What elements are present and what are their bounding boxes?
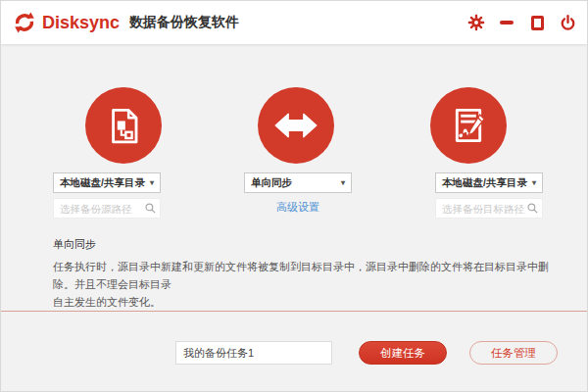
power-icon <box>559 14 577 32</box>
sync-mode-illustration <box>258 87 334 164</box>
target-type-value: 本地磁盘/共享目录 <box>442 176 527 190</box>
settings-button[interactable] <box>466 13 486 32</box>
gear-icon <box>467 14 485 31</box>
app-window: Disksync 数据备份恢复软件 <box>0 0 588 392</box>
section-divider <box>1 311 588 312</box>
target-illustration <box>430 87 507 164</box>
source-illustration <box>85 87 162 164</box>
window-controls <box>466 13 577 32</box>
document-pencil-icon <box>443 100 494 151</box>
close-button[interactable] <box>558 13 577 32</box>
maximize-button[interactable] <box>527 13 547 32</box>
source-type-dropdown[interactable]: 本地磁盘/共享目录 ▾ <box>53 172 161 193</box>
titlebar: Disksync 数据备份恢复软件 <box>1 1 587 44</box>
sync-mode-value: 单向同步 <box>251 176 292 190</box>
sync-logo-icon <box>13 11 36 34</box>
file-blocks-icon <box>98 100 149 151</box>
search-icon[interactable] <box>144 202 157 215</box>
task-name-input[interactable] <box>175 341 332 365</box>
task-manager-button[interactable]: 任务管理 <box>469 341 558 365</box>
minimize-button[interactable] <box>497 13 516 32</box>
app-title: 数据备份恢复软件 <box>129 14 239 31</box>
mode-description-title: 单向同步 <box>53 237 96 252</box>
minimize-icon <box>500 21 514 24</box>
caret-down-icon: ▾ <box>150 179 154 187</box>
target-path-field <box>435 198 543 219</box>
create-task-button[interactable]: 创建任务 <box>359 341 447 365</box>
double-arrow-icon <box>270 100 321 151</box>
mode-description-text: 任务执行时，源目录中新建和更新的文件将被复制到目标目录中，源目录中删除的文件将在… <box>53 258 567 311</box>
sync-mode-dropdown[interactable]: 单向同步 ▾ <box>244 172 352 193</box>
brand-name: Disksync <box>42 13 120 33</box>
caret-down-icon: ▾ <box>341 179 345 187</box>
source-path-field <box>53 198 161 219</box>
maximize-icon <box>531 16 544 30</box>
description-line: 自主发生的文件变化。 <box>53 293 567 311</box>
source-type-value: 本地磁盘/共享目录 <box>60 176 145 190</box>
search-icon[interactable] <box>526 202 539 215</box>
advanced-settings-link[interactable]: 高级设置 <box>244 200 352 215</box>
caret-down-icon: ▾ <box>532 179 536 187</box>
target-type-dropdown[interactable]: 本地磁盘/共享目录 ▾ <box>435 172 543 193</box>
description-line: 任务执行时，源目录中新建和更新的文件将被复制到目标目录中，源目录中删除的文件将在… <box>53 258 567 293</box>
